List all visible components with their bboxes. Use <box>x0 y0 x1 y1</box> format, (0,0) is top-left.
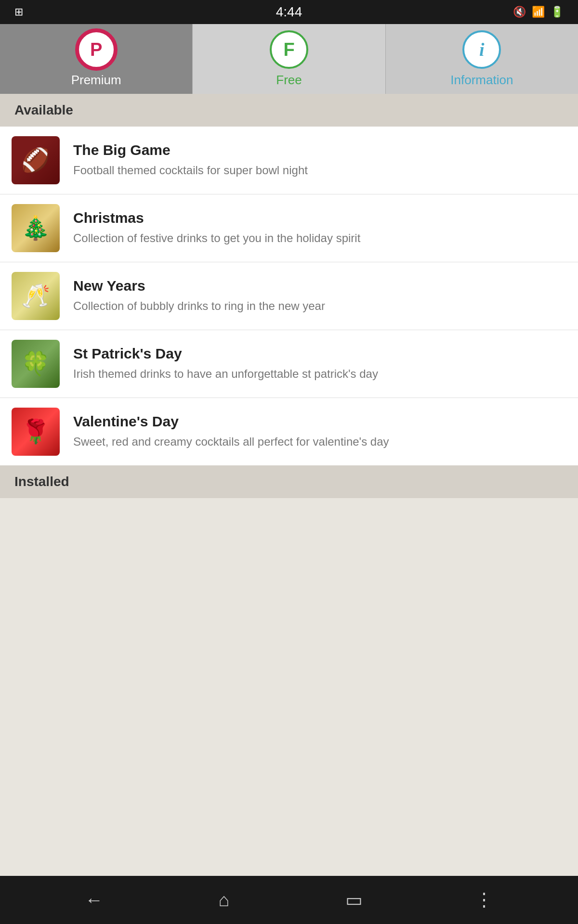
list-item[interactable]: 🏈 The Big Game Football themed cocktails… <box>0 127 578 194</box>
christmas-title: Christmas <box>73 210 566 226</box>
newyears-text: New Years Collection of bubbly drinks to… <box>73 278 566 314</box>
list-item[interactable]: 🌹 Valentine's Day Sweet, red and creamy … <box>0 398 578 465</box>
menu-button[interactable]: ⋮ <box>465 886 503 914</box>
valentines-text: Valentine's Day Sweet, red and creamy co… <box>73 413 566 450</box>
nav-bar: ← ⌂ ▭ ⋮ <box>0 876 578 924</box>
christmas-text: Christmas Collection of festive drinks t… <box>73 210 566 246</box>
big-game-desc: Football themed cocktails for super bowl… <box>73 162 566 179</box>
stpatricks-text: St Patrick's Day Irish themed drinks to … <box>73 346 566 382</box>
christmas-thumbnail: 🎄 <box>12 204 60 252</box>
recents-button[interactable]: ▭ <box>335 886 373 914</box>
battery-icon: 🔋 <box>551 6 564 18</box>
back-button[interactable]: ← <box>75 886 113 914</box>
mute-icon: 🔇 <box>513 6 526 18</box>
info-icon: i <box>462 30 501 69</box>
valentines-desc: Sweet, red and creamy cocktails all perf… <box>73 434 566 450</box>
screen-icon: ⊞ <box>14 6 23 18</box>
tab-info[interactable]: i Information <box>386 24 578 94</box>
newyears-title: New Years <box>73 278 566 294</box>
tab-bar: P Premium F Free i Information <box>0 24 578 94</box>
premium-icon: P <box>77 30 116 69</box>
stpatricks-title: St Patrick's Day <box>73 346 566 362</box>
stpatricks-thumbnail: 🍀 <box>12 340 60 388</box>
free-icon: F <box>270 30 308 69</box>
big-game-title: The Big Game <box>73 142 566 158</box>
installed-header: Installed <box>0 465 578 498</box>
installed-content <box>0 498 578 876</box>
status-left-icons: ⊞ <box>14 6 23 18</box>
newyears-thumbnail: 🥂 <box>12 272 60 320</box>
big-game-thumbnail: 🏈 <box>12 136 60 184</box>
status-time: 4:44 <box>276 4 302 20</box>
list-item[interactable]: 🥂 New Years Collection of bubbly drinks … <box>0 262 578 330</box>
valentines-title: Valentine's Day <box>73 413 566 430</box>
list-item[interactable]: 🎄 Christmas Collection of festive drinks… <box>0 194 578 262</box>
list-item[interactable]: 🍀 St Patrick's Day Irish themed drinks t… <box>0 330 578 398</box>
status-right-icons: 🔇 📶 🔋 <box>513 6 564 18</box>
installed-section: Installed <box>0 465 578 876</box>
premium-label: Premium <box>71 73 121 88</box>
home-button[interactable]: ⌂ <box>205 886 243 914</box>
info-label: Information <box>450 73 513 88</box>
free-label: Free <box>276 73 302 88</box>
available-list: 🏈 The Big Game Football themed cocktails… <box>0 127 578 465</box>
christmas-desc: Collection of festive drinks to get you … <box>73 230 566 246</box>
wifi-icon: 📶 <box>532 6 545 18</box>
status-bar: ⊞ 4:44 🔇 📶 🔋 <box>0 0 578 24</box>
big-game-text: The Big Game Football themed cocktails f… <box>73 142 566 179</box>
valentines-thumbnail: 🌹 <box>12 408 60 456</box>
tab-premium[interactable]: P Premium <box>0 24 193 94</box>
newyears-desc: Collection of bubbly drinks to ring in t… <box>73 298 566 314</box>
available-header: Available <box>0 94 578 127</box>
stpatricks-desc: Irish themed drinks to have an unforgett… <box>73 366 566 382</box>
tab-free[interactable]: F Free <box>193 24 385 94</box>
